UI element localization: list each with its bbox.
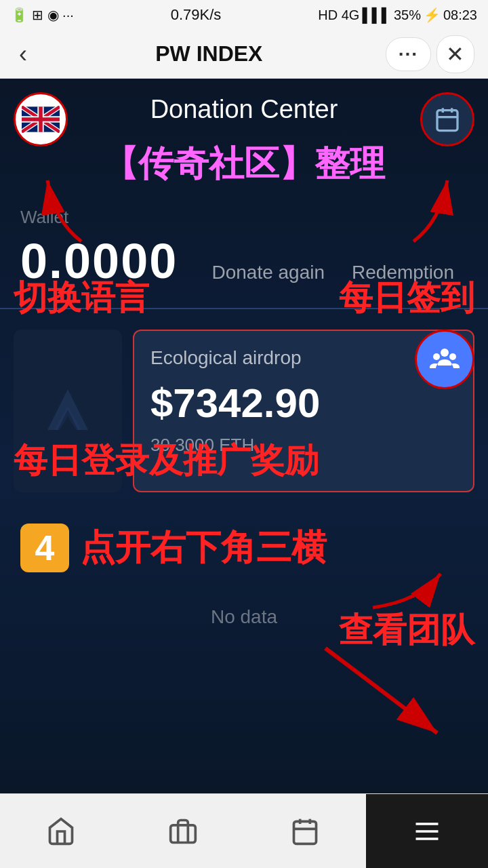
nav-home[interactable] bbox=[0, 794, 122, 868]
main-content: Donation Center 【传奇社区】整理 切换语言 每日签到 bbox=[0, 79, 488, 868]
bottom-nav bbox=[0, 793, 488, 868]
svg-point-17 bbox=[449, 353, 456, 360]
svg-rect-9 bbox=[437, 111, 458, 131]
back-button[interactable]: ‹ bbox=[14, 35, 33, 74]
nav-menu[interactable] bbox=[366, 794, 488, 868]
nav-actions: ··· ✕ bbox=[386, 35, 474, 73]
step4-annotation: 4 点开右下角三横 bbox=[0, 510, 488, 586]
battery-icon: 🔋 bbox=[11, 7, 28, 23]
svg-point-15 bbox=[441, 349, 449, 357]
clock: 08:23 bbox=[443, 7, 477, 23]
no-data-text: No data bbox=[20, 606, 468, 628]
status-right: HD 4G ▌▌▌ 35% ⚡ 08:23 bbox=[318, 7, 477, 23]
bottom-spacer bbox=[0, 648, 488, 770]
nav-briefcase[interactable] bbox=[122, 794, 244, 868]
airdrop-eth: 30.3000 ETH bbox=[150, 435, 457, 456]
donation-title: Donation Center bbox=[150, 95, 338, 124]
nav-calendar[interactable] bbox=[244, 794, 366, 868]
pw-logo bbox=[41, 382, 95, 439]
redemption-button[interactable]: Redemption bbox=[352, 262, 454, 283]
close-button[interactable]: ✕ bbox=[436, 35, 474, 73]
signal-bars: ▌▌▌ bbox=[362, 7, 391, 23]
airdrop-amount: $7342.90 bbox=[150, 380, 457, 427]
status-icons: ⊞ ◉ ··· bbox=[32, 7, 74, 23]
step4-text: 点开右下角三横 bbox=[80, 524, 327, 572]
battery-pct: 35% bbox=[394, 7, 421, 23]
network-type: HD 4G bbox=[318, 7, 359, 23]
team-button[interactable] bbox=[415, 330, 474, 389]
status-bar: 🔋 ⊞ ◉ ··· 0.79K/s HD 4G ▌▌▌ 35% ⚡ 08:23 bbox=[0, 0, 488, 30]
page-title: PW INDEX bbox=[155, 41, 262, 66]
more-button[interactable]: ··· bbox=[386, 37, 431, 71]
status-left: 🔋 ⊞ ◉ ··· bbox=[11, 7, 74, 23]
step4-badge: 4 bbox=[20, 524, 69, 572]
svg-rect-8 bbox=[22, 117, 60, 121]
svg-rect-21 bbox=[294, 821, 317, 844]
no-data-section: No data bbox=[0, 586, 488, 648]
bolt-icon: ⚡ bbox=[424, 7, 441, 23]
wallet-section: Wallet 0.0000 Donate again Redemption bbox=[0, 196, 488, 294]
cards-section: Ecological airdrop $7342.90 30.3000 ETH bbox=[0, 323, 488, 499]
language-button[interactable] bbox=[14, 92, 68, 146]
network-speed: 0.79K/s bbox=[171, 6, 222, 24]
airdrop-label: Ecological airdrop bbox=[150, 347, 457, 369]
left-placeholder-card bbox=[14, 330, 122, 492]
wallet-label: Wallet bbox=[20, 207, 468, 228]
svg-point-16 bbox=[433, 353, 440, 360]
svg-rect-20 bbox=[171, 825, 196, 842]
donation-header: Donation Center bbox=[0, 79, 488, 135]
donate-again-button[interactable]: Donate again bbox=[211, 262, 325, 283]
nav-bar: ‹ PW INDEX ··· ✕ bbox=[0, 30, 488, 79]
community-text: 【传奇社区】整理 bbox=[0, 135, 488, 193]
daily-checkin-button[interactable] bbox=[420, 92, 474, 146]
section-divider bbox=[0, 308, 488, 309]
